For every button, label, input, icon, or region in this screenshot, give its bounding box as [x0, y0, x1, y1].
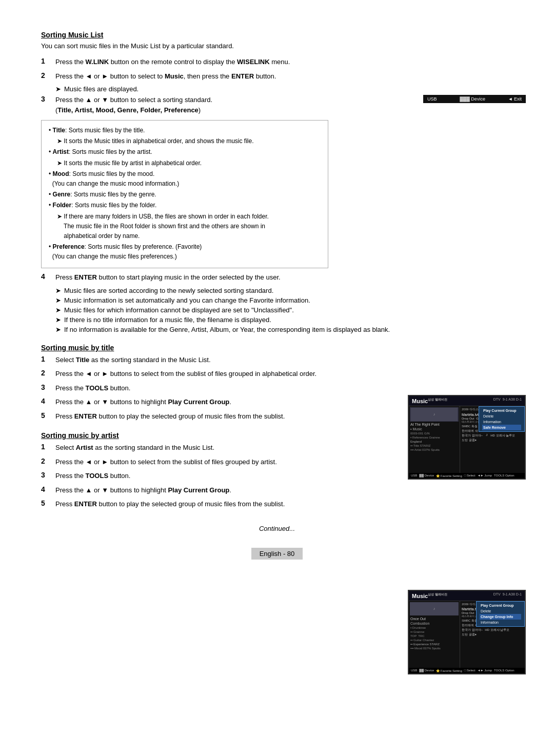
tv-screenshot-3: Music삼성 텔레비전 DTV 9-1 A38 D-1 ♪ Once Out … [408, 590, 526, 674]
step-1-content: Press the W.LINK button on the remote co… [55, 57, 513, 67]
usb-label: USB [427, 96, 437, 102]
page-container: Sorting Music List You can sort music fi… [0, 0, 554, 756]
tv-screenshot-2: Music삼성 텔레비전 DTV 9-1 A38 D-1 ♪ At The Ri… [408, 395, 526, 480]
tv-list-2b: Combustion [410, 621, 459, 626]
ctx-item-1d: Safe Remove [482, 425, 521, 430]
tv-list-1e: England [410, 440, 459, 444]
usb-bar-top: USB ▓▓▓ Device ◄ Exit [423, 95, 526, 103]
sub1-step-3-text: Press the TOOLS button. [55, 383, 513, 393]
step-2-note: ➤ Music files are displayed. [41, 85, 513, 93]
tv-label-1f3: HD 오레샤 놀루오 [490, 433, 515, 438]
tv-list-1c: 0003-001 G/N [410, 431, 459, 435]
tv-label-2f2: HD 오레샤 남루오 [485, 628, 509, 632]
ctx-item-2b: Delete [480, 608, 521, 614]
enter-bold-s1: ENTER [74, 412, 97, 420]
tv-header-2: Music삼성 텔레비전 DTV 9-1 A38 D-1 [409, 591, 525, 601]
ctx-item-2c: Change Group Info [480, 614, 521, 620]
tv-body-2: ♪ Once Out Combustion ▪ Drunktree ▪▪ Gra… [409, 601, 525, 668]
enter-bold: ENTER [231, 72, 254, 80]
sub1-step-4-num: 4 [41, 397, 51, 405]
sorting-options-bold: Title, Artist, Mood, Genre, Folder, Pref… [57, 106, 199, 114]
tv-footer-1c: ⭐ Favorite Setting [436, 474, 462, 478]
arrow-note-4d: ➤ If there is no title information for a… [55, 316, 513, 324]
tv-context-menu-1: Play Current Group Delete Information Sa… [479, 406, 525, 432]
tv-footer-1a: USB [411, 474, 417, 478]
sub2-step-2-num: 2 [41, 457, 51, 465]
tv-label-1f1: 한국가 없어야~ [462, 433, 483, 438]
intro-text: You can sort music files in the Music Li… [41, 42, 513, 50]
tv-context-menu-2: Play Current Group Delete Change Group I… [476, 601, 525, 627]
tv-list-1f: ▪▪ Title STARIZ [410, 444, 459, 448]
bottom-bar: English - 80 [41, 543, 513, 565]
tv-list-2f: ▪▪ Guitar Chantez [410, 638, 459, 642]
tv-footer-2c: ⭐ Favorite Setting [436, 669, 462, 672]
tv-list-1g: ▪▪▪ Artist 037% Sputts [410, 448, 459, 452]
step-4-number: 4 [41, 272, 51, 281]
sub1-step-1: 1 Select Title as the sorting standard i… [41, 355, 513, 365]
arrow-note-4b-text: Music information is set automatically a… [64, 296, 310, 304]
bullet-artist: • Artist: Sorts music files by the artis… [49, 147, 321, 157]
tv-content-2: 2009 아이스파이 소인행 연구 Martéta.tvt Drop Out C… [460, 601, 525, 668]
tv-list-1a: At The Right Point [410, 422, 459, 427]
tv-header-1: Music삼성 텔레비전 DTV 9-1 A38 D-1 [409, 396, 525, 406]
usb-bar: USB ▓▓▓ Device ◄ Exit [423, 95, 526, 103]
tv-list-2g: ▪▪ Experience STARZ [410, 642, 459, 646]
tv-text-2g: 도탄 글름♦ [462, 632, 523, 637]
tools-bold-s2: TOOLS [86, 472, 109, 480]
bullet-title: • Title: Sorts music files by the title. [49, 126, 321, 135]
sub2-step-1-num: 1 [41, 443, 51, 451]
section-title: Sorting Music List [41, 31, 513, 39]
arrow-symbol-2: ➤ [55, 85, 61, 93]
sub1-step-3-num: 3 [41, 383, 51, 391]
step-2-content: Press the ◄ or ► button to select to Mus… [55, 71, 513, 82]
bullet-box: • Title: Sorts music files by the title.… [41, 120, 328, 268]
arrow-symbol-4e: ➤ [55, 326, 61, 333]
enter-bold-4: ENTER [74, 273, 97, 281]
step-1: 1 Press the W.LINK button on the remote … [41, 57, 513, 67]
tv-list-2c: ▪ Drunktree [410, 626, 459, 630]
arrow-note-2-text: Music files are displayed. [64, 85, 138, 93]
arrow-symbol-4d: ➤ [55, 316, 61, 324]
step-4-content: Press ENTER button to start playing musi… [55, 272, 513, 283]
arrow-note-4c-text: Music files for which information cannot… [64, 306, 294, 314]
tv-label-1f2: J [486, 433, 487, 438]
tv-sidebar-2: ♪ Once Out Combustion ▪ Drunktree ▪▪ Gra… [409, 601, 460, 668]
sub1-step-1-text: Select Title as the sorting standard in … [55, 355, 513, 365]
tv-logo-2: Music삼성 텔레비전 [412, 592, 447, 599]
sub1-step-5-num: 5 [41, 411, 51, 420]
sub1-step-2: 2 Press the ◄ or ► buttons to select fro… [41, 369, 513, 379]
tv-text-2f: 한국가 없어야~ HD 오레샤 남루오 [462, 628, 523, 632]
bullet-preference: • Preference: Sorts music files by prefe… [49, 242, 321, 262]
tools-bold-s1: TOOLS [86, 384, 109, 392]
step-2-number: 2 [41, 71, 51, 79]
sub1-step-2-num: 2 [41, 369, 51, 377]
tv-footer-1: USB ▓▓ Device ⭐ Favorite Setting □ Selec… [409, 473, 525, 479]
pcg-bold-s2: Play Current Group [168, 486, 229, 494]
tv-label-1c1: Drop Out [462, 417, 474, 420]
tv-footer-1b: ▓▓ Device [419, 474, 434, 478]
bullet-folder-note: ➤ If there are many folders in USB, the … [57, 212, 321, 242]
tv-footer-1f: TOOLS Option [494, 474, 515, 478]
tv-label-2c1: Drop Out [462, 611, 474, 614]
tv-channel-2: DTV 9-1 A38 D-1 [493, 592, 522, 599]
tv-text-1g: 도탄 글름♦ [462, 438, 523, 443]
tv-ui-1: Music삼성 텔레비전 DTV 9-1 A38 D-1 ♪ At The Ri… [408, 395, 526, 480]
tv-ui-2: Music삼성 텔레비전 DTV 9-1 A38 D-1 ♪ Once Out … [408, 590, 526, 674]
tv-footer-2d: □ Select [464, 669, 476, 672]
page-number-label: English - 80 [251, 548, 303, 560]
arrow-note-4c: ➤ Music files for which information cann… [55, 306, 513, 314]
sub1-step-2-text: Press the ◄ or ► buttons to select from … [55, 369, 513, 379]
device-label: ▓▓▓ Device [460, 96, 485, 102]
tv-list-1d: ▪ References Grainne [410, 435, 459, 440]
subsection-title-1: Sorting music by title [41, 344, 513, 352]
arrow-note-4d-text: If there is no title information for a m… [64, 316, 271, 324]
continued-text: Continued... [41, 525, 513, 532]
sub2-step-4-text: Press the ▲ or ▼ buttons to highlight Pl… [55, 485, 513, 495]
step-4: 4 Press ENTER button to start playing mu… [41, 272, 513, 283]
exit-label: ◄ Exit [508, 96, 522, 102]
bullet-artist-note: ➤ It sorts the music file by artist in a… [57, 158, 321, 168]
tv-channel-1: DTV 9-1 A38 D-1 [493, 397, 522, 404]
sub2-step-5-num: 5 [41, 499, 51, 507]
tv-footer-2: USB ▓▓ Device ⭐ Favorite Setting □ Selec… [409, 668, 525, 673]
tv-sidebar-1: ♪ At The Right Point ▪ Music 0003-001 G/… [409, 406, 460, 473]
